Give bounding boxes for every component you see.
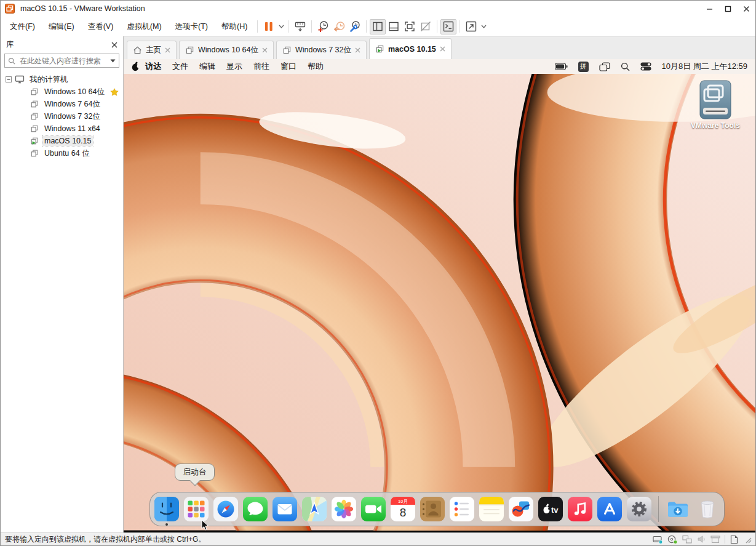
dock-safari-icon[interactable]: [213, 497, 238, 521]
svg-text:tv: tv: [551, 505, 559, 515]
send-ctrl-alt-del-button[interactable]: [292, 19, 308, 34]
window-title: macOS 10.15 - VMware Workstation: [20, 4, 145, 13]
mission-control-icon[interactable]: [599, 62, 610, 71]
snapshot-revert-icon: [333, 20, 346, 33]
tab-close-icon[interactable]: [440, 46, 445, 52]
menu-tabs[interactable]: 选项卡(T): [169, 18, 215, 35]
tab-windows7-32[interactable]: Windows 7 32位: [276, 41, 367, 59]
take-snapshot-button[interactable]: [315, 19, 331, 34]
library-search[interactable]: [4, 54, 119, 68]
dock-finder-icon[interactable]: [154, 497, 179, 521]
fullscreen-button[interactable]: [402, 19, 418, 34]
ctrl-alt-del-icon: [294, 20, 306, 33]
stretch-options-dropdown[interactable]: [479, 19, 488, 34]
dock-messages-icon[interactable]: [243, 497, 268, 521]
printer-device-icon[interactable]: [710, 535, 720, 544]
maximize-button[interactable]: [718, 1, 737, 17]
dock-facetime-icon[interactable]: [361, 497, 386, 521]
input-method-badge[interactable]: 拼: [578, 62, 589, 72]
tab-close-icon[interactable]: [262, 47, 268, 53]
unity-mode-button[interactable]: [418, 19, 434, 34]
svg-text:8: 8: [400, 506, 407, 519]
macos-menu-edit[interactable]: 编辑: [194, 61, 221, 72]
network-adapter-icon[interactable]: [682, 535, 693, 544]
macos-menu-window[interactable]: 窗口: [275, 61, 302, 72]
tab-macos[interactable]: macOS 10.15: [369, 38, 452, 59]
resize-grip[interactable]: [743, 535, 752, 544]
macos-app-menu[interactable]: 访达: [140, 61, 167, 72]
search-dropdown-icon[interactable]: [110, 59, 116, 63]
hard-disk-device-icon[interactable]: [653, 535, 663, 544]
dock-downloads-folder-icon[interactable]: [666, 497, 690, 521]
tab-home[interactable]: 主页: [127, 41, 177, 59]
wallpaper: [124, 74, 755, 531]
message-log-icon[interactable]: [730, 535, 739, 544]
dock-maps-icon[interactable]: [302, 497, 327, 521]
close-button[interactable]: [737, 1, 755, 17]
tab-close-icon[interactable]: [355, 47, 360, 53]
dock-photos-icon[interactable]: [332, 497, 356, 521]
dock-calendar-icon[interactable]: 10月 8: [391, 497, 415, 521]
macos-menu-go[interactable]: 前往: [248, 61, 275, 72]
macos-menu-file[interactable]: 文件: [167, 61, 194, 72]
titlebar: macOS 10.15 - VMware Workstation: [1, 1, 755, 17]
dock-notes-icon[interactable]: [479, 497, 504, 521]
toggle-library-button[interactable]: [370, 19, 386, 34]
tree-item-windows10[interactable]: Windows 10 64位: [1, 86, 123, 98]
manage-snapshots-button[interactable]: [347, 19, 363, 34]
toggle-thumbnail-bar-button[interactable]: [386, 19, 402, 34]
chevron-down-icon: [279, 25, 284, 28]
menu-file[interactable]: 文件(F): [3, 18, 42, 35]
dock-trash-icon[interactable]: [695, 497, 720, 521]
collapse-icon[interactable]: [6, 76, 12, 82]
library-close-icon[interactable]: [111, 42, 117, 48]
dock-apple-tv-icon[interactable]: tv: [538, 497, 563, 521]
menu-view[interactable]: 查看(V): [81, 18, 121, 35]
menu-vm[interactable]: 虚拟机(M): [120, 18, 168, 35]
tree-item-windows7-64[interactable]: Windows 7 64位: [1, 98, 123, 110]
macos-desktop[interactable]: VMware Tools 启动台: [124, 74, 755, 531]
spotlight-search-icon[interactable]: [621, 62, 630, 71]
apple-menu-icon[interactable]: [132, 62, 140, 71]
tree-item-macos[interactable]: macOS 10.15: [1, 135, 123, 147]
battery-icon[interactable]: [555, 63, 568, 70]
tab-windows10[interactable]: Windows 10 64位: [179, 41, 274, 59]
control-center-icon[interactable]: [640, 62, 651, 71]
vm-icon: [30, 112, 39, 121]
dock-system-preferences-icon[interactable]: [627, 497, 651, 521]
dock-music-icon[interactable]: [568, 497, 592, 521]
revert-snapshot-button[interactable]: [331, 19, 347, 34]
macos-menu-view[interactable]: 显示: [221, 61, 248, 72]
horizontal-pane-icon: [388, 20, 400, 33]
vm-console[interactable]: 访达 文件 编辑 显示 前往 窗口 帮助 拼: [124, 59, 755, 533]
tab-close-icon[interactable]: [165, 47, 170, 53]
power-options-dropdown[interactable]: [277, 19, 285, 34]
tree-item-windows11[interactable]: Windows 11 x64: [1, 122, 123, 135]
macos-menu-help[interactable]: 帮助: [302, 61, 329, 72]
macos-clock[interactable]: 10月8日 周二 上午12:59: [662, 61, 747, 72]
dock-mail-icon[interactable]: [273, 497, 297, 521]
search-icon: [8, 57, 15, 65]
tree-item-ubuntu[interactable]: Ubuntu 64 位: [1, 147, 123, 159]
close-icon: [743, 6, 750, 12]
vmware-tools-desktop-icon[interactable]: VMware Tools: [693, 80, 738, 130]
console-view-button[interactable]: [440, 19, 456, 34]
toolbar-separator: [437, 20, 437, 33]
menu-edit[interactable]: 编辑(E): [42, 18, 81, 35]
dock-chart-app-icon[interactable]: [509, 497, 533, 521]
menu-help[interactable]: 帮助(H): [215, 18, 254, 35]
running-indicator: [165, 523, 168, 526]
dock-reminders-icon[interactable]: [450, 497, 474, 521]
dock-contacts-icon[interactable]: [420, 497, 445, 521]
cd-dvd-device-icon[interactable]: [667, 535, 678, 544]
search-input[interactable]: [18, 56, 110, 66]
tree-item-windows7-32[interactable]: Windows 7 32位: [1, 110, 123, 122]
free-stretch-button[interactable]: [463, 19, 479, 34]
tree-root-my-computer[interactable]: 我的计算机: [1, 73, 123, 86]
minimize-button[interactable]: [700, 1, 718, 17]
dock-app-store-icon[interactable]: [597, 497, 622, 521]
sound-device-icon[interactable]: [697, 535, 706, 544]
pause-vm-button[interactable]: [261, 19, 277, 34]
dock-launchpad-icon[interactable]: [184, 497, 209, 521]
pause-icon: [264, 21, 274, 32]
